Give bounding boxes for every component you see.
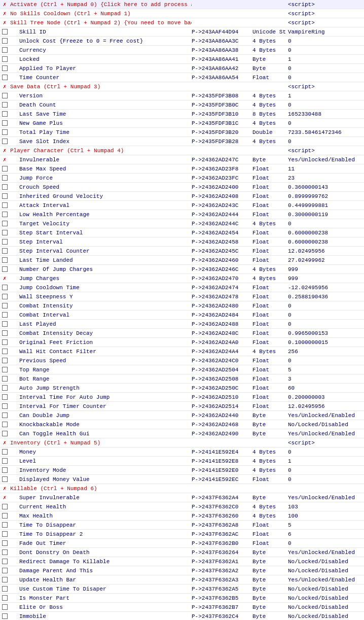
row-name: Step Interval Counter xyxy=(9,248,192,254)
row-value: 11 xyxy=(288,166,364,172)
checkbox-unchecked[interactable] xyxy=(2,166,8,171)
checkbox-unchecked[interactable] xyxy=(2,595,8,601)
row-type: Byte xyxy=(252,431,288,437)
checkbox-checked-icon[interactable]: ✗ xyxy=(3,494,7,501)
checkbox-unchecked[interactable] xyxy=(2,139,8,144)
checkbox-unchecked[interactable] xyxy=(2,604,8,610)
checkbox-unchecked[interactable] xyxy=(2,65,8,71)
row-name: Money xyxy=(9,449,192,455)
checkbox-unchecked[interactable] xyxy=(2,221,8,226)
checkbox-unchecked[interactable] xyxy=(2,56,8,62)
checkbox-cell xyxy=(0,458,9,464)
row-name: Currency xyxy=(9,47,192,53)
table-row: Knockbackable ModeP->24362AD2468ByteNo/L… xyxy=(0,420,364,429)
checkbox-checked-icon[interactable]: ✗ xyxy=(3,19,7,26)
checkbox-unchecked[interactable] xyxy=(2,111,8,117)
checkbox-checked-icon[interactable]: ✗ xyxy=(3,1,7,8)
checkbox-unchecked[interactable] xyxy=(2,193,8,199)
row-value: 0 xyxy=(288,75,364,81)
checkbox-unchecked[interactable] xyxy=(2,394,8,400)
checkbox-unchecked[interactable] xyxy=(2,349,8,354)
row-type: Float xyxy=(252,248,288,254)
row-value: Yes/Unlocked/Enabled xyxy=(288,157,364,163)
row-name: Update Health Bar xyxy=(9,577,192,583)
checkbox-unchecked[interactable] xyxy=(2,449,8,455)
checkbox-unchecked[interactable] xyxy=(2,294,8,299)
checkbox-unchecked[interactable] xyxy=(2,540,8,546)
checkbox-unchecked[interactable] xyxy=(2,431,8,436)
checkbox-unchecked[interactable] xyxy=(2,467,8,473)
checkbox-unchecked[interactable] xyxy=(2,531,8,537)
checkbox-checked-icon[interactable]: ✗ xyxy=(3,147,7,154)
checkbox-unchecked[interactable] xyxy=(2,230,8,235)
checkbox-unchecked[interactable] xyxy=(2,376,8,382)
checkbox-checked-icon[interactable]: ✗ xyxy=(3,10,7,17)
checkbox-checked-icon[interactable]: ✗ xyxy=(3,485,7,492)
table-row: Bot RangeP->24362AD2508Float3 xyxy=(0,374,364,384)
checkbox-unchecked[interactable] xyxy=(2,513,8,519)
row-name: Inherited Ground Velocity xyxy=(9,193,192,199)
checkbox-unchecked[interactable] xyxy=(2,577,8,582)
checkbox-unchecked[interactable] xyxy=(2,312,8,318)
checkbox-unchecked[interactable] xyxy=(2,120,8,126)
checkbox-unchecked[interactable] xyxy=(2,93,8,98)
table-row: Last PlayedP->24362AD2488Float0 xyxy=(0,320,364,329)
checkbox-unchecked[interactable] xyxy=(2,586,8,592)
checkbox-unchecked[interactable] xyxy=(2,184,8,190)
table-row: Redirect Damage To KillableP->2437F6362A… xyxy=(0,557,364,566)
row-address: P->2437F6362B0 xyxy=(192,540,252,546)
checkbox-unchecked[interactable] xyxy=(2,403,8,409)
checkbox-unchecked[interactable] xyxy=(2,568,8,573)
checkbox-unchecked[interactable] xyxy=(2,239,8,245)
row-value: 103 xyxy=(288,504,364,510)
checkbox-unchecked[interactable] xyxy=(2,367,8,372)
checkbox-unchecked[interactable] xyxy=(2,285,8,290)
row-value: 0.8999999762 xyxy=(288,193,364,199)
checkbox-unchecked[interactable] xyxy=(2,202,8,208)
checkbox-unchecked[interactable] xyxy=(2,29,8,35)
checkbox-unchecked[interactable] xyxy=(2,75,8,80)
row-value: 0 xyxy=(288,476,364,483)
row-name: New Game Plus xyxy=(9,120,192,126)
checkbox-unchecked[interactable] xyxy=(2,248,8,254)
checkbox-unchecked[interactable] xyxy=(2,422,8,427)
checkbox-unchecked[interactable] xyxy=(2,358,8,363)
checkbox-unchecked[interactable] xyxy=(2,257,8,263)
row-type: Float xyxy=(252,212,288,218)
row-type: 4 Bytes xyxy=(252,93,288,99)
checkbox-unchecked[interactable] xyxy=(2,330,8,336)
checkbox-unchecked[interactable] xyxy=(2,385,8,391)
checkbox-unchecked[interactable] xyxy=(2,129,8,135)
table-row: Base Max SpeedP->24362AD23F8Float11 xyxy=(0,164,364,174)
row-address: P->24362AD244C xyxy=(192,221,252,227)
checkbox-unchecked[interactable] xyxy=(2,559,8,564)
checkbox-checked-icon[interactable]: ✗ xyxy=(3,156,7,163)
checkbox-unchecked[interactable] xyxy=(2,266,8,272)
row-type: Float xyxy=(252,166,288,172)
checkbox-checked-icon[interactable]: ✗ xyxy=(3,275,7,282)
checkbox-checked-icon[interactable]: ✗ xyxy=(3,439,7,446)
checkbox-unchecked[interactable] xyxy=(2,47,8,53)
checkbox-unchecked[interactable] xyxy=(2,102,8,108)
row-address: P->24362AD247C xyxy=(192,157,252,163)
checkbox-unchecked[interactable] xyxy=(2,458,8,464)
table-row: ✗Killable (Ctrl + Numpad 6) xyxy=(0,484,364,493)
checkbox-unchecked[interactable] xyxy=(2,504,8,509)
checkbox-unchecked[interactable] xyxy=(2,321,8,327)
row-value: 0 xyxy=(288,139,364,145)
row-type: 8 Bytes xyxy=(252,111,288,117)
checkbox-unchecked[interactable] xyxy=(2,476,8,482)
row-value: 0.9965000153 xyxy=(288,330,364,336)
checkbox-checked-icon[interactable]: ✗ xyxy=(3,83,7,90)
checkbox-unchecked[interactable] xyxy=(2,212,8,217)
checkbox-unchecked[interactable] xyxy=(2,175,8,181)
checkbox-unchecked[interactable] xyxy=(2,412,8,418)
checkbox-unchecked[interactable] xyxy=(2,522,8,528)
checkbox-unchecked[interactable] xyxy=(2,38,8,44)
checkbox-unchecked[interactable] xyxy=(2,303,8,308)
row-name: Jump Cooldown Time xyxy=(9,285,192,291)
checkbox-unchecked[interactable] xyxy=(2,339,8,345)
checkbox-unchecked[interactable] xyxy=(2,549,8,555)
row-address: P->24362AD24A4 xyxy=(192,349,252,355)
checkbox-unchecked[interactable] xyxy=(2,613,8,619)
